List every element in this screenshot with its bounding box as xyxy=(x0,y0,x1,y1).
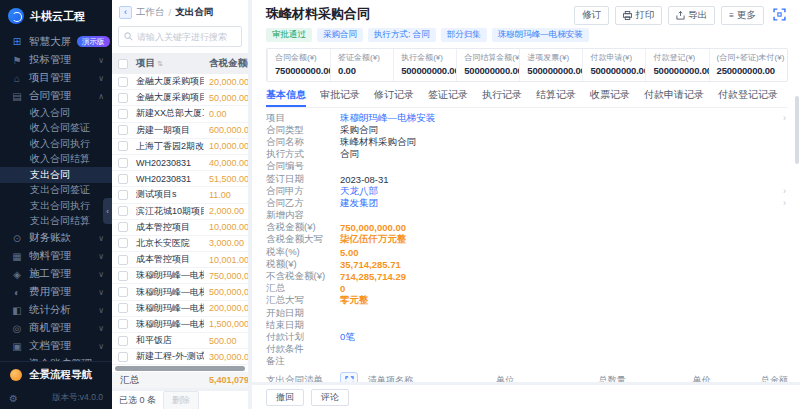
sidebar-item-income-contract[interactable]: 收入合同 xyxy=(0,105,112,121)
row-checkbox[interactable] xyxy=(118,238,128,248)
sidebar-item-expenditure-contract-exec[interactable]: 支出合同执行 xyxy=(0,198,112,214)
row-checkbox[interactable] xyxy=(118,303,128,313)
table-row[interactable]: 成本管控项目 10,001.00 xyxy=(112,252,248,268)
sidebar-item-statistics[interactable]: ◧ 统计分析 ∨ xyxy=(0,301,112,319)
tab[interactable]: 收票记录 xyxy=(590,88,630,107)
table-row[interactable]: WH20230831 51,500.00 xyxy=(112,171,248,187)
table-row[interactable]: 房建一期项目 600,000.0 xyxy=(112,123,248,139)
select-all-checkbox[interactable] xyxy=(118,59,128,69)
row-checkbox[interactable] xyxy=(118,125,128,135)
chevron-icon: ∨ xyxy=(98,252,104,261)
print-button[interactable]: 打印 xyxy=(615,6,662,25)
sidebar-item-contract-mgmt[interactable]: ▤ 合同管理 ∧ xyxy=(0,87,112,105)
breadcrumb-root[interactable]: 工作台 xyxy=(136,6,165,19)
row-checkbox[interactable] xyxy=(118,206,128,216)
revise-label: 修订 xyxy=(582,9,601,22)
table-row[interactable]: 金融大厦采购项目 20,000.00 xyxy=(112,74,248,90)
table-row[interactable]: 和平饭店 500.00 xyxy=(112,333,248,349)
sidebar-item-project-mgmt[interactable]: ⌂ 项目管理 ∨ xyxy=(0,69,112,87)
chevron-right-icon[interactable]: › xyxy=(783,113,786,123)
table-row[interactable]: 新建工程-外-测试 300,000.0 xyxy=(112,349,248,365)
row-checkbox[interactable] xyxy=(118,109,128,119)
row-checkbox[interactable] xyxy=(118,93,128,103)
withdraw-button[interactable]: 撤回 xyxy=(266,389,304,406)
table-row[interactable]: 珠穆朗玛峰—电梯… 1,500,000 xyxy=(112,317,248,333)
field-label: 合同编号 xyxy=(266,160,340,173)
sidebar-item-expense-mgmt[interactable]: ◐ 费用管理 ∨ xyxy=(0,283,112,301)
chevron-right-icon[interactable]: › xyxy=(783,186,786,196)
row-checkbox[interactable] xyxy=(118,158,128,168)
tab[interactable]: 审批记录 xyxy=(320,88,360,107)
process-navigation-bar[interactable]: 全景流程导航 xyxy=(0,361,112,387)
row-checkbox[interactable] xyxy=(118,287,128,297)
fullscreen-expand-button[interactable] xyxy=(770,7,788,25)
table-row[interactable]: 金融大厦采购项目 50,000.00 xyxy=(112,90,248,106)
sort-icon[interactable]: ⇅ xyxy=(157,60,163,68)
sidebar-item-label: 物料管理 xyxy=(29,249,71,263)
row-checkbox[interactable] xyxy=(118,190,128,200)
field-value: 采购合同 xyxy=(340,124,378,137)
row-checkbox[interactable] xyxy=(118,352,128,362)
row-checkbox[interactable] xyxy=(118,141,128,151)
field-row: 合同甲方 天龙八部 › xyxy=(266,185,788,197)
status-tag: 部分归集 xyxy=(441,28,487,42)
delete-button[interactable]: 删除 xyxy=(163,391,199,409)
sidebar-item-document-mgmt[interactable]: ▣ 文档管理 ∨ xyxy=(0,337,112,355)
table-row[interactable]: 珠穆朗玛峰—电梯… 500,000,0 xyxy=(112,284,248,300)
field-label: 项目 xyxy=(266,112,340,125)
sidebar-item-finance-accounts[interactable]: ⊙ 财务账款 ∨ xyxy=(0,229,112,247)
tab[interactable]: 签证记录 xyxy=(428,88,468,107)
sidebar-item-business-opportunity[interactable]: ◎ 商机管理 ∨ xyxy=(0,319,112,337)
row-checkbox[interactable] xyxy=(118,319,128,329)
tab[interactable]: 付款登记记录 xyxy=(718,88,778,107)
row-checkbox[interactable] xyxy=(118,174,128,184)
tab[interactable]: 修订记录 xyxy=(374,88,414,107)
sidebar-item-smart-screen[interactable]: ⊞ 智慧大屏 演示版 › xyxy=(0,32,112,51)
table-row[interactable]: WH20230831 40,000.00 xyxy=(112,155,248,171)
table-row[interactable]: 成本管控项目 10,000.00 xyxy=(112,220,248,236)
tab[interactable]: 执行记录 xyxy=(482,88,522,107)
table-row[interactable]: 新建XX总部大厦工… 0.00 xyxy=(112,106,248,122)
row-project-name: 成本管控项目 xyxy=(136,253,190,266)
sidebar-item-expenditure-contract-visa[interactable]: 支出合同签证 xyxy=(0,183,112,199)
revise-button[interactable]: 修订 xyxy=(574,6,609,25)
row-project-name: WH20230831 xyxy=(136,174,191,184)
table-row[interactable]: 滨江花城10期项目-… 2,000.00 xyxy=(112,204,248,220)
sidebar-item-construction-mgmt[interactable]: ◈ 施工管理 ∨ xyxy=(0,265,112,283)
table-row[interactable]: 北京长安医院 3,000.00 xyxy=(112,236,248,252)
sidebar-item-bid-mgmt[interactable]: ⚑ 投标管理 ∨ xyxy=(0,51,112,69)
tab[interactable]: 结算记录 xyxy=(536,88,576,107)
chevron-right-icon[interactable]: › xyxy=(783,198,786,208)
app-logo: 斗栱云工程 xyxy=(0,0,112,32)
vertical-scrollbar[interactable] xyxy=(795,96,799,164)
field-row: 执行方式 合同 xyxy=(266,149,788,161)
row-amount: 50,000.00 xyxy=(209,93,248,103)
row-checkbox[interactable] xyxy=(118,255,128,265)
comment-button[interactable]: 评论 xyxy=(311,389,349,406)
search-input[interactable] xyxy=(137,32,236,42)
sidebar-item-income-contract-exec[interactable]: 收入合同执行 xyxy=(0,136,112,152)
row-checkbox[interactable] xyxy=(118,222,128,232)
gear-icon[interactable]: ⚙ xyxy=(9,393,18,404)
row-checkbox[interactable] xyxy=(118,336,128,346)
tab[interactable]: 付款申请记录 xyxy=(644,88,704,107)
table-row[interactable]: 珠穆朗玛峰—电梯… 200,000,0 xyxy=(112,301,248,317)
sidebar-item-expenditure-contract-settle[interactable]: 支出合同结算 xyxy=(0,214,112,230)
row-checkbox[interactable] xyxy=(118,77,128,87)
table-row[interactable]: 测试项目s 11.00 xyxy=(112,187,248,203)
sidebar-item-income-contract-settle[interactable]: 收入合同结算 xyxy=(0,152,112,168)
table-row[interactable]: 上海丁香园2期改造… 10,000.00 xyxy=(112,139,248,155)
back-button[interactable]: ‹ xyxy=(119,6,132,19)
sidebar-item-expenditure-contract[interactable]: 支出合同 xyxy=(0,167,112,183)
column-header-project[interactable]: 项目 xyxy=(136,57,155,70)
field-row: 新增内容 xyxy=(266,210,788,222)
more-button[interactable]: ≡ 更多 xyxy=(721,6,764,25)
sidebar-item-material-mgmt[interactable]: ▦ 物料管理 ∨ xyxy=(0,247,112,265)
horizontal-scrollbar[interactable] xyxy=(115,366,245,371)
sidebar-collapse-handle[interactable]: ‹ xyxy=(103,198,112,224)
table-row[interactable]: 珠穆朗玛峰—电梯… 750,000,0 xyxy=(112,268,248,284)
sidebar-item-income-contract-visa[interactable]: 收入合同签证 xyxy=(0,121,112,137)
tab[interactable]: 基本信息 xyxy=(266,88,306,107)
row-checkbox[interactable] xyxy=(118,271,128,281)
export-button[interactable]: 导出 xyxy=(668,6,715,25)
